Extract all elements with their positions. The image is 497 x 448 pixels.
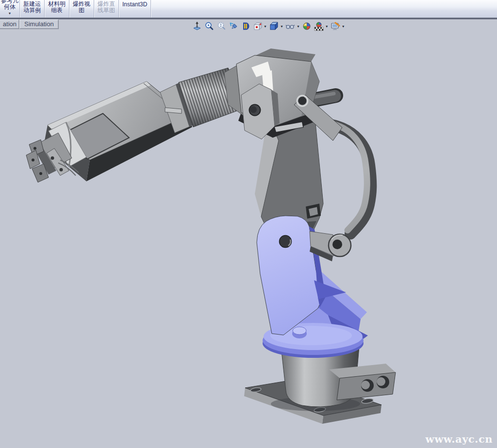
dropdown-caret-icon[interactable]: ▼	[280, 25, 283, 28]
watermark: www.ayc.cn	[426, 433, 493, 445]
exploded-view-button[interactable]: 爆炸视 图	[69, 0, 94, 17]
curved-linkage[interactable]	[330, 123, 371, 234]
zoom-to-area-icon[interactable]	[204, 21, 214, 31]
dropdown-caret-icon[interactable]: ▼	[297, 25, 300, 28]
tab-simulation[interactable]: Simulation	[19, 19, 59, 29]
disc-pin-top	[293, 327, 306, 335]
button-label: 动算例	[23, 7, 41, 14]
view-settings-icon[interactable]	[331, 21, 340, 31]
display-style-icon[interactable]	[269, 21, 279, 31]
heads-up-view-toolbar: ▼ ▼ ▼	[191, 21, 346, 31]
button-label: 何体	[4, 4, 16, 10]
dropdown-caret-icon[interactable]: ▼	[325, 25, 329, 28]
toolbar-divider	[0, 17, 497, 19]
command-toolbar: 参考几 何体 ▼ 新建运 动算例 材料明 细表 爆炸视 图 爆炸直 线草图 In…	[0, 0, 497, 17]
dropdown-caret-icon[interactable]: ▼	[264, 25, 267, 28]
hide-show-items-icon[interactable]	[285, 21, 295, 31]
lobe-hole	[280, 236, 292, 248]
edit-appearance-icon[interactable]	[302, 21, 312, 31]
button-label: Instant3D	[122, 1, 147, 8]
button-label: 线草图	[98, 7, 115, 14]
button-label: 细表	[51, 7, 63, 14]
link-hole	[332, 240, 342, 249]
dropdown-caret-icon[interactable]: ▼	[8, 12, 12, 15]
zoom-in-out-icon[interactable]	[216, 21, 226, 31]
dropdown-caret-icon[interactable]: ▼	[342, 25, 345, 28]
model-viewport-robot-arm[interactable]	[0, 0, 497, 448]
view-orientation-icon[interactable]	[253, 21, 263, 31]
apply-scene-icon[interactable]	[314, 21, 324, 31]
tab-animation[interactable]: ation	[0, 19, 19, 29]
new-motion-study-button[interactable]: 新建运 动算例	[20, 0, 45, 17]
side-block[interactable]	[329, 364, 396, 400]
zoom-to-fit-icon[interactable]	[192, 21, 202, 31]
solidworks-window: 参考几 何体 ▼ 新建运 动算例 材料明 细表 爆炸视 图 爆炸直 线草图 In…	[0, 0, 497, 448]
section-view-icon[interactable]	[241, 21, 250, 31]
instant3d-button[interactable]: Instant3D	[119, 0, 151, 17]
button-label: 图	[79, 7, 84, 14]
explode-line-sketch-button: 爆炸直 线草图	[94, 0, 119, 17]
reference-geometry-button[interactable]: 参考几 何体 ▼	[0, 0, 20, 17]
previous-view-icon[interactable]	[229, 21, 238, 31]
commandmanager-tabs: ation Simulation	[0, 19, 59, 29]
bill-of-materials-button[interactable]: 材料明 细表	[45, 0, 69, 17]
